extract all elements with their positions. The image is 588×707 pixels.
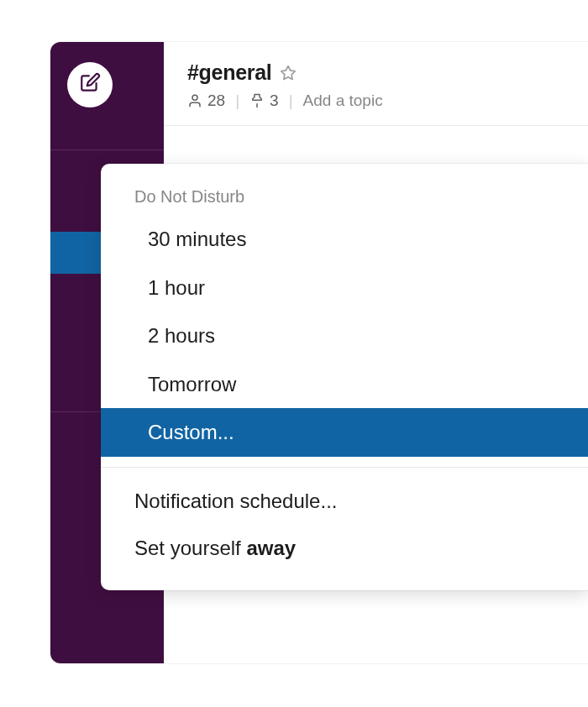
menu-divider	[101, 467, 588, 468]
dnd-option-2-hours[interactable]: 2 hours	[101, 312, 588, 360]
channel-title-row: #general	[187, 60, 564, 85]
compose-icon	[79, 72, 101, 97]
dnd-option-tomorrow[interactable]: Tomorrow	[101, 360, 588, 409]
dnd-option-custom[interactable]: Custom...	[101, 408, 588, 457]
pins-count[interactable]: 3	[249, 92, 279, 110]
sidebar-divider	[50, 149, 164, 150]
channel-name[interactable]: #general	[187, 60, 271, 85]
person-icon	[187, 93, 202, 108]
dnd-menu-popover: Do Not Disturb 30 minutes 1 hour 2 hours…	[101, 164, 588, 590]
set-away-button[interactable]: Set yourself away	[101, 525, 588, 572]
dnd-option-30-minutes[interactable]: 30 minutes	[101, 215, 588, 264]
add-topic-button[interactable]: Add a topic	[303, 92, 383, 110]
dnd-menu-header: Do Not Disturb	[101, 182, 588, 215]
notification-schedule-button[interactable]: Notification schedule...	[101, 478, 588, 525]
set-away-prefix: Set yourself	[134, 537, 246, 559]
members-count[interactable]: 28	[187, 92, 225, 110]
meta-separator: |	[235, 92, 239, 110]
star-icon[interactable]	[280, 65, 297, 81]
svg-point-1	[192, 95, 197, 100]
svg-marker-0	[281, 65, 296, 79]
members-count-value: 28	[207, 92, 225, 110]
compose-button[interactable]	[67, 62, 113, 107]
pin-icon	[249, 93, 265, 108]
channel-header: #general 28 |	[164, 42, 588, 126]
pins-count-value: 3	[270, 92, 279, 110]
meta-separator: |	[289, 92, 293, 110]
set-away-bold: away	[246, 537, 296, 559]
channel-meta: 28 | 3 | Add a topic	[187, 92, 564, 110]
dnd-option-1-hour[interactable]: 1 hour	[101, 264, 588, 312]
